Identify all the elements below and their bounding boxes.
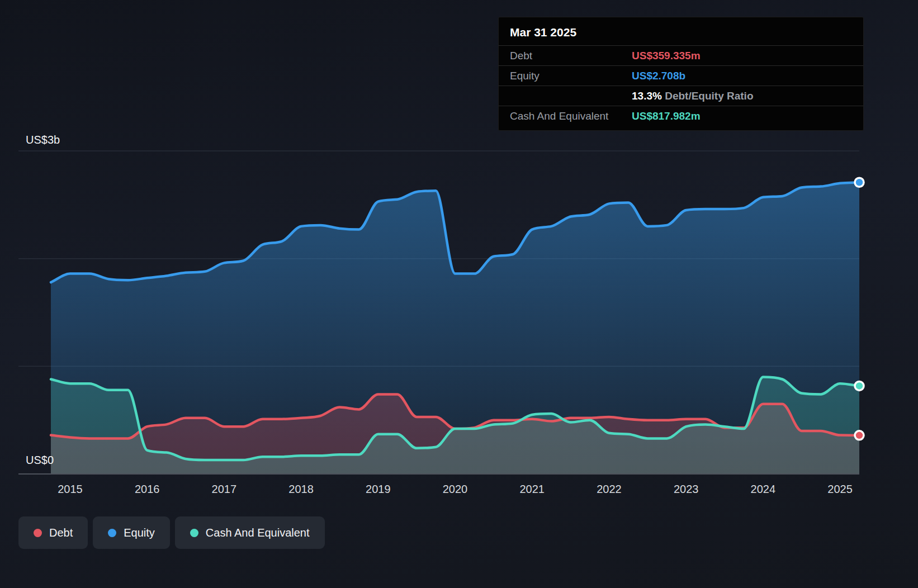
x-tick-label: 2019 <box>366 483 391 495</box>
tooltip-row-equity: Equity US$2.708b <box>499 65 863 86</box>
debt-series-dot-icon <box>34 529 42 537</box>
x-tick-label: 2018 <box>288 483 314 495</box>
tooltip-equity-label: Equity <box>510 69 632 83</box>
x-tick-label: 2024 <box>751 483 776 495</box>
y-axis-label-top: US$3b <box>26 134 60 146</box>
ratio-percentage: 13.3% <box>632 90 662 102</box>
x-tick-label: 2023 <box>674 483 699 495</box>
legend-item-equity[interactable]: Equity <box>93 516 170 549</box>
tooltip-date: Mar 31 2025 <box>499 17 863 45</box>
debt-endpoint-marker <box>855 431 864 440</box>
tooltip-debt-value: US$359.335m <box>632 49 701 63</box>
tooltip-cash-label: Cash And Equivalent <box>510 109 632 123</box>
tooltip-equity-value: US$2.708b <box>632 69 685 83</box>
chart-tooltip: Mar 31 2025 Debt US$359.335m Equity US$2… <box>498 17 864 131</box>
x-tick-label: 2022 <box>597 483 622 495</box>
tooltip-row-cash: Cash And Equivalent US$817.982m <box>499 106 863 126</box>
x-tick-label: 2025 <box>827 483 853 495</box>
legend-item-cash[interactable]: Cash And Equivalent <box>175 516 325 549</box>
legend-item-debt[interactable]: Debt <box>18 516 88 549</box>
tooltip-ratio-value: 13.3% Debt/Equity Ratio <box>632 89 754 103</box>
x-tick-label: 2016 <box>135 483 160 495</box>
y-axis-label-bottom: US$0 <box>26 454 54 466</box>
equity-endpoint-marker <box>855 178 864 187</box>
tooltip-row-debt: Debt US$359.335m <box>499 45 863 65</box>
chart-legend: Debt Equity Cash And Equivalent <box>18 516 325 549</box>
equity-series-dot-icon <box>108 529 116 537</box>
cash-series-dot-icon <box>190 529 198 537</box>
tooltip-row-ratio: 13.3% Debt/Equity Ratio <box>499 86 863 106</box>
legend-debt-label: Debt <box>49 527 73 539</box>
cash-endpoint-marker <box>855 381 864 390</box>
ratio-label: Debt/Equity Ratio <box>665 90 753 102</box>
tooltip-cash-value: US$817.982m <box>632 109 701 123</box>
x-tick-label: 2015 <box>58 483 83 495</box>
legend-cash-label: Cash And Equivalent <box>206 527 310 539</box>
legend-equity-label: Equity <box>124 527 155 539</box>
x-tick-label: 2020 <box>443 483 468 495</box>
x-tick-label: 2021 <box>519 483 545 495</box>
tooltip-debt-label: Debt <box>510 49 632 63</box>
x-tick-label: 2017 <box>212 483 237 495</box>
chart-container: US$3bUS$02015201620172018201920202021202… <box>0 0 918 588</box>
